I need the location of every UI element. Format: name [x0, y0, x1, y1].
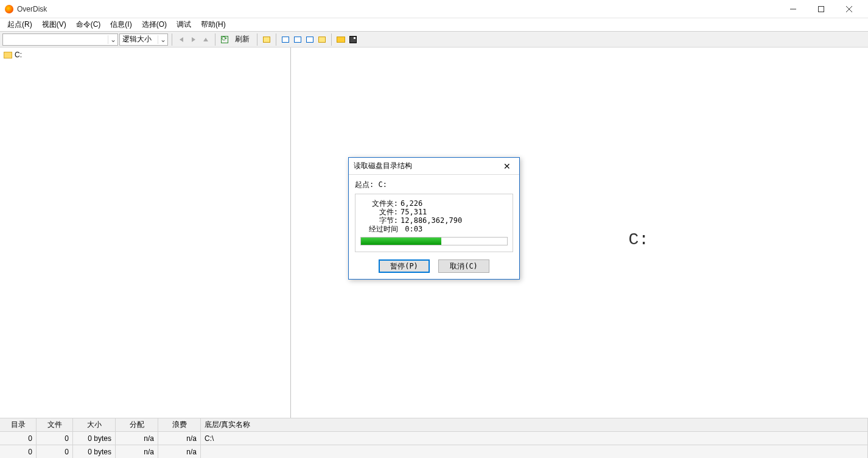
separator — [257, 33, 257, 46]
status-row: 0 0 0 bytes n/a n/a C:\ — [0, 431, 868, 445]
cell-size: 0 bytes — [73, 432, 116, 445]
cell-file: 0 — [37, 432, 73, 445]
col-dir[interactable]: 目录 — [0, 418, 37, 431]
progress-bar — [360, 237, 508, 245]
size-mode-dropdown[interactable]: 逻辑大小 ⌄ — [119, 33, 168, 46]
close-button[interactable] — [835, 0, 863, 18]
progress-fill — [361, 238, 441, 245]
separator — [172, 33, 172, 46]
cell-dir: 0 — [0, 445, 37, 458]
cell-dir: 0 — [0, 432, 37, 445]
nav-forward-button[interactable] — [188, 34, 199, 45]
menu-help[interactable]: 帮助(H) — [196, 18, 231, 31]
dialog-close-button[interactable]: ✕ — [500, 160, 514, 172]
col-size[interactable]: 大小 — [73, 418, 116, 431]
menu-command[interactable]: 命令(C) — [71, 18, 106, 31]
save-button[interactable] — [348, 34, 359, 45]
folder-icon — [4, 52, 12, 58]
size-mode-label: 逻辑大小 — [122, 34, 158, 44]
cell-waste: n/a — [158, 432, 201, 445]
drive-label: C: — [628, 230, 649, 249]
window-controls — [779, 0, 863, 18]
toolbar: ⌄ 逻辑大小 ⌄ 刷新 — [0, 32, 868, 48]
folder-open-icon — [337, 37, 345, 43]
path-dropdown[interactable]: ⌄ — [2, 33, 118, 46]
window-title: OverDisk — [17, 5, 779, 13]
dialog-titlebar: 读取磁盘目录结构 ✕ — [349, 158, 519, 175]
col-alloc[interactable]: 分配 — [116, 418, 158, 431]
scan-dialog: 读取磁盘目录结构 ✕ 起点: C: 文件夹6,226 文件75,311 字节12… — [348, 157, 520, 280]
cell-path: C:\ — [201, 432, 868, 445]
close-icon — [846, 6, 852, 12]
stats-box: 文件夹6,226 文件75,311 字节12,886,362,790 经过时间 … — [355, 194, 513, 252]
titlebar: OverDisk — [0, 0, 868, 18]
stat-folders: 文件夹6,226 — [360, 199, 508, 208]
layout-icon — [282, 37, 289, 43]
menu-view[interactable]: 视图(V) — [37, 18, 71, 31]
separator — [215, 33, 215, 46]
layout-icon — [294, 37, 301, 43]
pause-button[interactable]: 暂停(P) — [379, 259, 430, 273]
layout-button-2[interactable] — [292, 34, 303, 45]
menubar: 起点(R) 视图(V) 命令(C) 信息(I) 选择(O) 调试 帮助(H) — [0, 18, 868, 32]
option-button-1[interactable] — [261, 34, 272, 45]
dialog-origin: 起点: C: — [355, 180, 513, 190]
cell-alloc: n/a — [116, 432, 158, 445]
tree-pane[interactable]: C: — [0, 48, 291, 429]
stat-elapsed: 经过时间 0:03 — [360, 225, 508, 233]
chevron-down-icon: ⌄ — [158, 35, 167, 44]
tree-root-item[interactable]: C: — [4, 50, 287, 60]
layout-button-3[interactable] — [304, 34, 315, 45]
layout-icon — [306, 37, 313, 43]
cell-size: 0 bytes — [73, 445, 116, 458]
menu-origin[interactable]: 起点(R) — [2, 18, 37, 31]
arrow-left-icon — [177, 35, 186, 44]
cell-alloc: n/a — [116, 445, 158, 458]
option-icon — [263, 37, 270, 43]
stat-files: 文件75,311 — [360, 208, 508, 216]
maximize-icon — [818, 6, 824, 12]
refresh-icon — [221, 36, 228, 43]
minimize-button[interactable] — [779, 0, 807, 18]
refresh-button[interactable]: 刷新 — [231, 34, 253, 45]
status-header: 目录 文件 大小 分配 浪费 底层/真实名称 — [0, 418, 868, 431]
minimize-icon — [790, 6, 796, 12]
cell-waste: n/a — [158, 445, 201, 458]
arrow-right-icon — [189, 35, 198, 44]
stat-bytes: 字节12,886,362,790 — [360, 216, 508, 225]
refresh-icon-button[interactable] — [219, 34, 230, 45]
menu-debug[interactable]: 调试 — [172, 18, 196, 31]
cell-file: 0 — [37, 445, 73, 458]
dialog-body: 起点: C: 文件夹6,226 文件75,311 字节12,886,362,79… — [349, 175, 519, 279]
app-icon — [5, 5, 13, 13]
menu-select[interactable]: 选择(O) — [137, 18, 172, 31]
chevron-down-icon: ⌄ — [108, 35, 117, 44]
layout-button-1[interactable] — [280, 34, 291, 45]
svg-rect-1 — [819, 6, 824, 12]
cancel-button[interactable]: 取消(C) — [438, 259, 489, 273]
menu-info[interactable]: 信息(I) — [105, 18, 136, 31]
layout-button-4[interactable] — [317, 34, 327, 45]
separator — [331, 33, 332, 46]
open-button[interactable] — [335, 34, 346, 45]
tree-root-label: C: — [15, 51, 22, 59]
save-icon — [349, 36, 357, 43]
layout-icon — [318, 37, 326, 43]
col-path[interactable]: 底层/真实名称 — [201, 418, 868, 431]
maximize-button[interactable] — [807, 0, 835, 18]
nav-up-button[interactable] — [200, 34, 211, 45]
col-file[interactable]: 文件 — [37, 418, 73, 431]
nav-back-button[interactable] — [176, 34, 187, 45]
dialog-title: 读取磁盘目录结构 — [354, 161, 500, 171]
dialog-buttons: 暂停(P) 取消(C) — [355, 259, 513, 273]
status-area: 目录 文件 大小 分配 浪费 底层/真实名称 0 0 0 bytes n/a n… — [0, 418, 868, 458]
arrow-up-icon — [201, 35, 210, 44]
cell-path — [201, 445, 868, 458]
col-waste[interactable]: 浪费 — [158, 418, 201, 431]
status-row: 0 0 0 bytes n/a n/a — [0, 445, 868, 458]
separator — [276, 33, 276, 46]
